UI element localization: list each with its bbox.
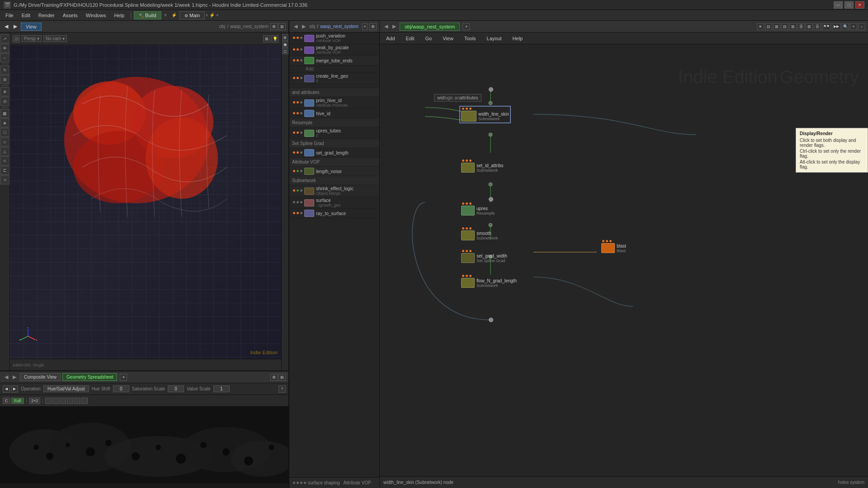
nl-fwd[interactable]: ▶ [300, 23, 307, 30]
hue-sat-dropdown[interactable]: Hue/Sat/Val Adjust [43, 385, 89, 392]
sat-scale-value[interactable]: 0 [168, 385, 184, 392]
list-item[interactable]: set_grad_length [289, 148, 379, 158]
list-item[interactable]: peak_by_pscale Attribute VOP [289, 44, 379, 56]
menu-edit[interactable]: Edit [18, 12, 34, 19]
img-icon-2[interactable] [52, 398, 59, 404]
menu-windows[interactable]: Windows [82, 12, 110, 19]
menu-file[interactable]: File [2, 12, 17, 19]
ng-help-menu[interactable]: Help [509, 35, 527, 42]
node-graph-tab[interactable]: obj/wasp_nest_system [400, 23, 460, 31]
ng-split-v-icon[interactable]: ⊟ [781, 23, 788, 30]
minimize-button[interactable]: — [834, 1, 843, 9]
menu-build[interactable]: 🔨 Build [134, 11, 161, 19]
list-item[interactable]: Add [289, 66, 379, 73]
list-item[interactable]: push_variation Attribute VOP [289, 33, 379, 44]
view-tool[interactable]: 👁 [0, 44, 9, 53]
ng-anim-icons[interactable]: ▶▶ [832, 23, 841, 30]
bl-max-icon[interactable]: ⊞ [278, 374, 286, 381]
ng-add-menu[interactable]: Add [382, 35, 399, 42]
list-item[interactable]: surface ../growth_geo [289, 197, 379, 209]
ng-node-set-grad[interactable]: set_grad_width Set Spline Grad [461, 250, 507, 263]
view-grid-icon[interactable]: ⊞ [263, 35, 270, 42]
nocam-button[interactable]: No cam ▾ [43, 35, 67, 42]
ng-add-tab[interactable]: + [462, 23, 470, 30]
node-list-scroll[interactable]: push_variation Attribute VOP peak_by_psc… [289, 33, 379, 477]
ng-view-menu[interactable]: View [439, 35, 457, 42]
bl-settings-icon[interactable]: ⚙ [270, 374, 278, 381]
geo-tool-1[interactable]: ▦ [0, 109, 9, 118]
geo-tool-2[interactable]: ◈ [0, 118, 9, 127]
ng-zoom-in-icon[interactable]: + [850, 23, 857, 30]
img-icon-4[interactable] [67, 398, 73, 404]
menu-render[interactable]: Render [35, 12, 58, 19]
scene-nav-back[interactable]: ◀ [3, 23, 10, 30]
img-icon-3[interactable] [60, 398, 66, 404]
scene-maximize-icon[interactable]: ⊞ [278, 23, 286, 30]
list-item[interactable]: create_line_geo 0 [289, 73, 379, 84]
ng-go-menu[interactable]: Go [422, 35, 436, 42]
list-item[interactable]: upres_tubes 0 [289, 127, 379, 139]
ng-edit-menu[interactable]: Edit [402, 35, 418, 42]
ng-split-h-icon[interactable]: ⊞ [773, 23, 780, 30]
sr-tool-3[interactable]: ◫ [282, 48, 288, 54]
ng-node-blast[interactable]: blast Blast [601, 240, 626, 253]
sr-tool-2[interactable]: ▣ [282, 41, 288, 47]
op-nav-back[interactable]: ◀ [3, 385, 10, 393]
ng-node-flow[interactable]: flow_N_grad_length Subnetwork [461, 275, 517, 288]
view-light-icon[interactable]: 💡 [271, 35, 278, 42]
op-nav-fwd[interactable]: ▶ [11, 385, 18, 393]
ng-node-set-id[interactable]: set_id_attribs Subnetwork [461, 160, 503, 173]
geo-tool-4[interactable]: ◇ [0, 137, 9, 146]
list-item[interactable]: prim_hive_id Attribute Promote [289, 97, 379, 109]
scale-tool[interactable]: ⊞ [0, 75, 9, 84]
ng-node-smooth[interactable]: smooth Subnetwork [461, 227, 498, 240]
ng-zoom-out-icon[interactable]: − [858, 23, 865, 30]
list-item[interactable]: merge_tube_ends [289, 56, 379, 66]
menu-assets[interactable]: Assets [59, 12, 81, 19]
menu-help[interactable]: Help [110, 12, 128, 19]
add-panel-button[interactable]: + [120, 374, 127, 381]
ng-layout-menu[interactable]: Layout [483, 35, 505, 42]
scene-view-tab[interactable]: View [21, 23, 42, 31]
geo-tool-7[interactable]: ⊏ [0, 166, 9, 175]
scene-settings-icon[interactable]: ⚙ [270, 23, 278, 30]
ng-list-icon[interactable]: ☰ [814, 23, 821, 30]
snap-tool[interactable]: ⊕ [0, 87, 9, 96]
nl-back[interactable]: ◀ [292, 23, 299, 30]
geo-tool-8[interactable]: ⊃ [0, 175, 9, 184]
ng-node-upres[interactable]: upres Resample [461, 202, 495, 216]
toolbar-cam[interactable]: 🎥 [13, 35, 20, 42]
geo-tool-3[interactable]: ⬡ [0, 128, 9, 137]
sr-tool-1[interactable]: ⊞ [282, 34, 288, 41]
img-icon-1[interactable] [45, 398, 52, 404]
ng-grid-icon[interactable]: ⊞ [806, 23, 813, 30]
geo-spreadsheet-tab[interactable]: Geometry Spreadsheet [62, 373, 117, 381]
rotate-tool[interactable]: ↻ [0, 66, 9, 75]
pivot-tool[interactable]: ◎ [0, 97, 9, 106]
geo-tool-5[interactable]: △ [0, 147, 9, 156]
composite-view-tab[interactable]: Composite View [20, 373, 61, 381]
img-full[interactable]: Full [11, 398, 24, 404]
val-scale-value[interactable]: 1 [213, 385, 230, 392]
geo-tool-6[interactable]: ⊂ [0, 156, 9, 165]
img-btn-c[interactable]: C [3, 398, 10, 404]
img-icon-5[interactable] [74, 398, 80, 404]
close-button[interactable]: ✕ [855, 1, 864, 9]
ng-detach-icon[interactable]: ⊟ [765, 23, 772, 30]
bl-nav-back[interactable]: ◀ [3, 374, 10, 381]
list-item[interactable]: hive_id [289, 109, 379, 118]
translate-tool[interactable]: ↔ [0, 53, 9, 62]
hue-shift-value[interactable]: 0 [113, 385, 129, 392]
menu-main[interactable]: ⚙ Main [179, 11, 205, 19]
select-tool[interactable]: ↗ [0, 34, 9, 43]
bl-nav-fwd[interactable]: ▶ [11, 374, 18, 381]
ng-close-icon[interactable]: ✕ [757, 23, 764, 30]
ng-tools-menu[interactable]: Tools [461, 35, 480, 42]
img-2x2[interactable]: 2×2 [29, 398, 40, 404]
ng-iconbar-icon[interactable]: ☰ [797, 23, 805, 30]
maximize-button[interactable]: □ [844, 1, 854, 9]
list-item[interactable]: ray_to_surface [289, 209, 379, 218]
list-item[interactable]: shrink_effect_logic Object Merge [289, 185, 379, 197]
persp-button[interactable]: Persp ▾ [22, 35, 42, 42]
ng-search-icon[interactable]: 🔍 [842, 23, 849, 30]
